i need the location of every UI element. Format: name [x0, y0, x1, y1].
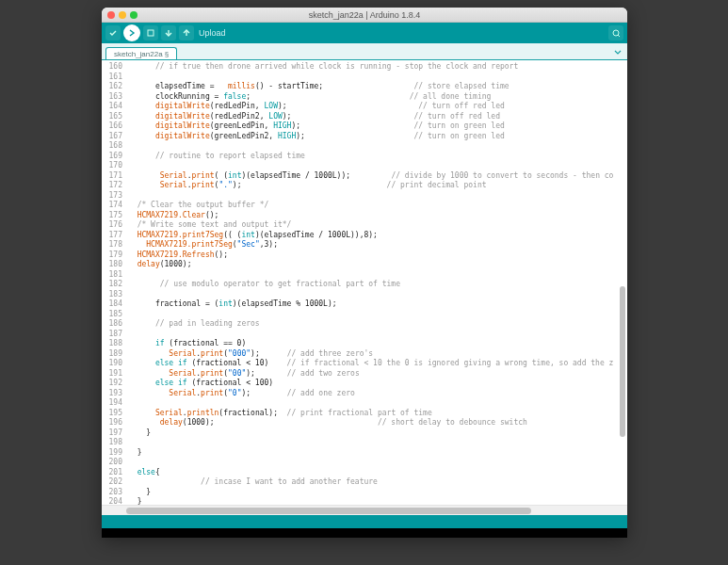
new-button[interactable] [143, 25, 158, 40]
app-window: sketch_jan22a | Arduino 1.8.4 Upload ske… [102, 8, 627, 538]
console-area [102, 528, 627, 538]
horizontal-scrollbar[interactable] [102, 505, 627, 515]
save-button[interactable] [179, 25, 194, 40]
status-bar [102, 515, 627, 528]
horizontal-scroll-thumb[interactable] [126, 508, 531, 514]
svg-line-2 [618, 35, 620, 37]
verify-button[interactable] [105, 25, 121, 40]
open-button[interactable] [161, 25, 176, 40]
upload-label: Upload [199, 28, 226, 38]
code-area[interactable]: // if true then drone arrived while cloc… [126, 60, 627, 505]
sketch-tab[interactable]: sketch_jan22a § [105, 47, 177, 59]
titlebar: sketch_jan22a | Arduino 1.8.4 [102, 8, 627, 23]
line-gutter: 160 161 162 163 164 165 166 167 168 169 … [102, 60, 126, 505]
vertical-scrollbar[interactable] [618, 60, 627, 505]
tab-menu-button[interactable] [611, 46, 624, 59]
window-title: sketch_jan22a | Arduino 1.8.4 [102, 10, 627, 20]
toolbar: Upload [102, 23, 627, 43]
upload-button[interactable] [123, 24, 140, 41]
code-editor[interactable]: 160 161 162 163 164 165 166 167 168 169 … [102, 60, 627, 505]
svg-rect-0 [148, 30, 154, 36]
tab-strip: sketch_jan22a § [102, 43, 627, 60]
serial-monitor-button[interactable] [608, 25, 623, 40]
vertical-scroll-thumb[interactable] [620, 286, 625, 437]
